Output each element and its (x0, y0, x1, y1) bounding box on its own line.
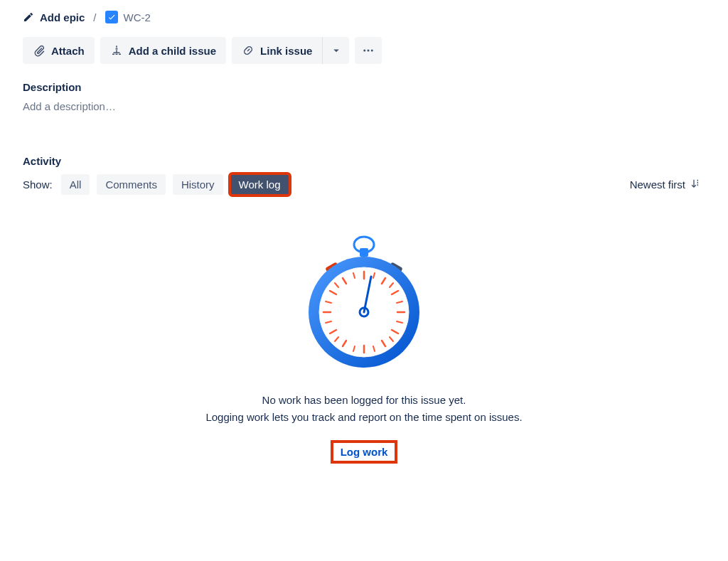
breadcrumb: Add epic / WC-2 (23, 6, 705, 28)
attachment-icon (33, 44, 46, 57)
add-child-button[interactable]: Add a child issue (100, 37, 226, 64)
sort-button[interactable]: Newest first (626, 177, 705, 192)
svg-point-1 (368, 50, 370, 52)
tab-all[interactable]: All (61, 174, 90, 195)
svg-point-2 (371, 50, 373, 52)
sort-icon (690, 178, 701, 191)
svg-point-0 (364, 50, 366, 52)
description-input[interactable]: Add a description… (23, 100, 705, 112)
link-issue-split-button: Link issue (232, 37, 349, 64)
sort-label: Newest first (630, 178, 685, 191)
child-label: Add a child issue (129, 45, 216, 57)
description-heading: Description (23, 81, 705, 93)
link-issue-dropdown[interactable] (322, 37, 349, 64)
activity-tabs: Show: All Comments History Work log (23, 174, 289, 195)
issue-type-icon (105, 11, 118, 23)
issue-key-link[interactable]: WC-2 (105, 11, 151, 23)
svg-rect-4 (360, 248, 368, 257)
issue-toolbar: Attach Add a child issue Link issue (23, 37, 705, 64)
stopwatch-illustration (304, 230, 424, 375)
breadcrumb-separator: / (93, 11, 96, 23)
show-label: Show: (23, 178, 53, 191)
empty-line2: Logging work lets you track and report o… (205, 411, 522, 423)
log-work-button[interactable]: Log work (331, 440, 398, 464)
tab-comments[interactable]: Comments (97, 174, 166, 195)
link-issue-button[interactable]: Link issue (232, 37, 322, 64)
hierarchy-icon (110, 44, 123, 57)
empty-line1: No work has been logged for this issue y… (262, 394, 466, 406)
add-epic-label: Add epic (40, 11, 85, 23)
link-label: Link issue (260, 45, 312, 57)
pencil-icon (23, 11, 34, 23)
attach-label: Attach (51, 45, 85, 57)
worklog-empty-state: No work has been logged for this issue y… (23, 230, 705, 464)
empty-state-text: No work has been logged for this issue y… (205, 392, 522, 426)
more-icon (362, 44, 375, 57)
attach-button[interactable]: Attach (23, 37, 95, 64)
more-actions-button[interactable] (355, 37, 382, 64)
chevron-down-icon (330, 44, 343, 57)
link-icon (242, 44, 255, 57)
issue-key-label: WC-2 (124, 11, 151, 23)
tab-worklog[interactable]: Work log (230, 174, 289, 195)
tab-history[interactable]: History (173, 174, 223, 195)
add-epic-link[interactable]: Add epic (23, 11, 85, 23)
activity-heading: Activity (23, 155, 705, 167)
